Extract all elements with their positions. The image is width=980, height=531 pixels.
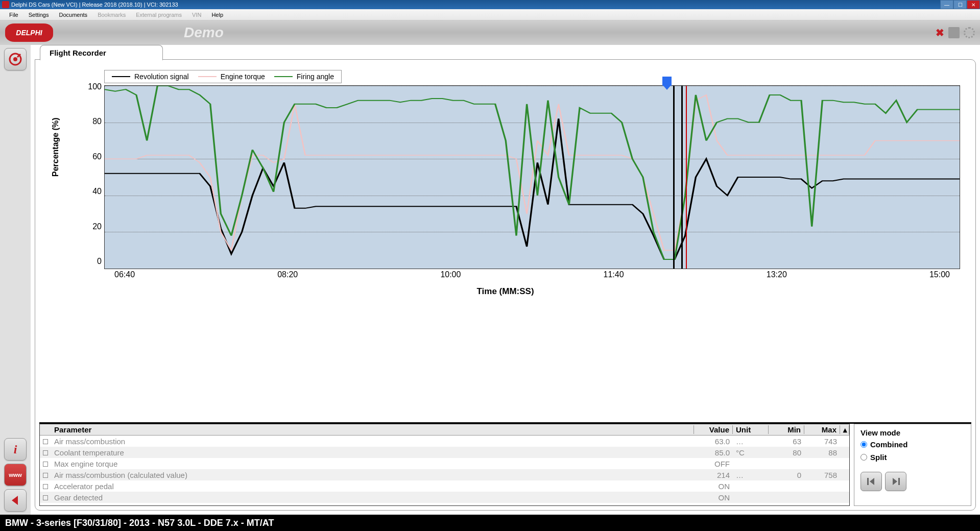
next-button[interactable] bbox=[885, 472, 906, 491]
maximize-button[interactable]: ☐ bbox=[953, 0, 967, 9]
delphi-logo: DELPHI bbox=[5, 23, 53, 42]
info-button[interactable]: i bbox=[4, 438, 27, 461]
scroll-up-icon[interactable]: ▴ bbox=[840, 425, 849, 435]
cursor-line-red[interactable] bbox=[686, 86, 687, 269]
legend-label: Revolution signal bbox=[134, 73, 189, 81]
table-row[interactable]: Accelerator pedalON bbox=[40, 480, 849, 492]
parameter-table: Parameter Value Unit Min Max ▴ Air mass/… bbox=[39, 424, 850, 506]
menu-file[interactable]: File bbox=[4, 11, 23, 19]
legend-label: Engine torque bbox=[221, 73, 265, 81]
app-icon bbox=[2, 1, 9, 8]
back-button[interactable] bbox=[4, 489, 27, 512]
checkbox-icon[interactable] bbox=[43, 450, 48, 455]
header-gear-icon[interactable] bbox=[964, 27, 975, 38]
table-row[interactable]: Coolant temperature85.0°C8088 bbox=[40, 447, 849, 458]
status-bar: BMW - 3-series [F30/31/80] - 2013 - N57 … bbox=[0, 515, 980, 531]
table-row[interactable]: Air mass/combustion (calculated value)21… bbox=[40, 469, 849, 480]
legend-line-revolution bbox=[112, 76, 130, 77]
checkbox-icon[interactable] bbox=[43, 484, 48, 489]
checkbox-icon[interactable] bbox=[43, 462, 48, 467]
menu-documents[interactable]: Documents bbox=[54, 11, 92, 19]
status-text: BMW - 3-series [F30/31/80] - 2013 - N57 … bbox=[5, 518, 274, 528]
back-arrow-icon bbox=[9, 494, 22, 507]
window-title: Delphi DS Cars (New VCI) | Release 2018 … bbox=[11, 2, 178, 8]
skip-prev-icon bbox=[866, 477, 876, 486]
menu-help[interactable]: Help bbox=[206, 11, 228, 19]
header-strip: DELPHI Demo ✖ bbox=[0, 20, 980, 45]
bottom-panel: Parameter Value Unit Min Max ▴ Air mass/… bbox=[39, 422, 971, 506]
chart-legend: Revolution signal Engine torque Firing a… bbox=[104, 70, 342, 83]
table-row[interactable]: Gear detectedON bbox=[40, 492, 849, 503]
tab-flight-recorder[interactable]: Flight Recorder bbox=[40, 45, 163, 60]
close-window-button[interactable]: ✕ bbox=[967, 0, 980, 9]
table-header: Parameter Value Unit Min Max ▴ bbox=[40, 424, 849, 436]
radio-combined[interactable]: Combined bbox=[861, 440, 965, 449]
menu-settings[interactable]: Settings bbox=[23, 11, 54, 19]
cursor-line-1[interactable] bbox=[673, 86, 675, 269]
svg-rect-4 bbox=[898, 478, 900, 485]
radio-split[interactable]: Split bbox=[861, 453, 965, 462]
header-square-icon[interactable] bbox=[948, 27, 960, 38]
legend-line-torque bbox=[198, 76, 217, 77]
titlebar: Delphi DS Cars (New VCI) | Release 2018 … bbox=[0, 0, 980, 9]
checkbox-icon[interactable] bbox=[43, 473, 48, 478]
chart-area: Revolution signal Engine torque Firing a… bbox=[51, 70, 960, 315]
view-mode-panel: View mode Combined Split bbox=[854, 424, 971, 506]
x-axis-label: Time (MM:SS) bbox=[476, 286, 534, 297]
plot-area[interactable] bbox=[104, 85, 960, 269]
table-row[interactable]: Max engine torqueOFF bbox=[40, 458, 849, 469]
demo-label: Demo bbox=[184, 25, 224, 41]
time-marker[interactable] bbox=[662, 77, 672, 86]
target-icon bbox=[8, 52, 22, 66]
menu-bookmarks[interactable]: Bookmarks bbox=[92, 11, 131, 19]
y-axis-ticks: 100 80 60 40 20 0 bbox=[81, 82, 102, 266]
content-panel: Revolution signal Engine torque Firing a… bbox=[35, 59, 976, 511]
checkbox-icon[interactable] bbox=[43, 439, 48, 444]
table-row[interactable]: Air mass/combustion63.0…63743 bbox=[40, 436, 849, 447]
view-mode-title: View mode bbox=[861, 428, 965, 437]
y-axis-label: Percentage (%) bbox=[51, 117, 60, 177]
checkbox-icon[interactable] bbox=[43, 495, 48, 500]
left-sidebar: i www bbox=[0, 45, 31, 515]
svg-point-1 bbox=[13, 57, 17, 61]
menu-external[interactable]: External programs bbox=[131, 11, 187, 19]
svg-rect-3 bbox=[867, 478, 869, 485]
minimize-button[interactable]: — bbox=[940, 0, 953, 9]
menu-vin[interactable]: VIN bbox=[187, 11, 206, 19]
legend-label: Firing angle bbox=[297, 73, 334, 81]
legend-line-firing bbox=[274, 76, 293, 77]
www-button[interactable]: www bbox=[4, 464, 27, 486]
prev-button[interactable] bbox=[861, 472, 882, 491]
skip-next-icon bbox=[891, 477, 901, 486]
recorder-button[interactable] bbox=[4, 48, 27, 70]
menubar: File Settings Documents Bookmarks Extern… bbox=[0, 9, 980, 20]
header-close-icon[interactable]: ✖ bbox=[936, 27, 944, 39]
x-axis-ticks: 06:40 08:20 10:00 11:40 13:20 15:00 bbox=[104, 270, 960, 279]
cursor-line-1b[interactable] bbox=[681, 86, 683, 269]
